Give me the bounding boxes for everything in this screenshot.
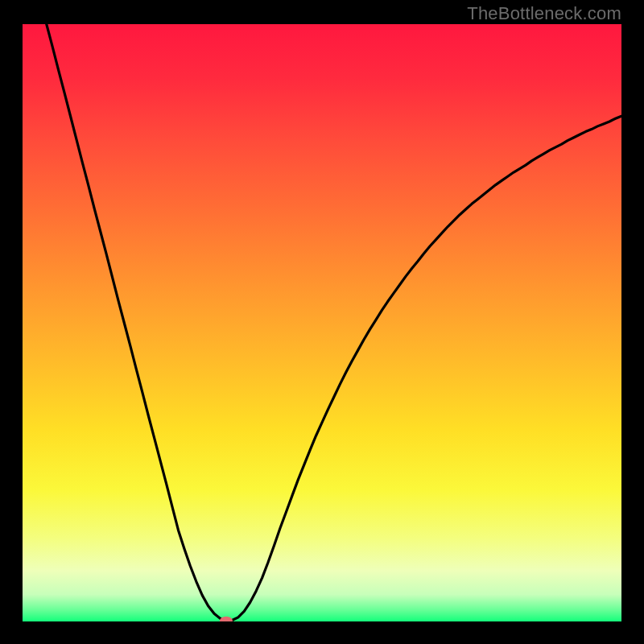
gradient-rect — [23, 24, 621, 621]
chart-svg — [23, 24, 621, 621]
plot-area — [23, 24, 621, 621]
chart-frame: TheBottleneck.com — [0, 0, 644, 644]
watermark-text: TheBottleneck.com — [467, 0, 621, 24]
